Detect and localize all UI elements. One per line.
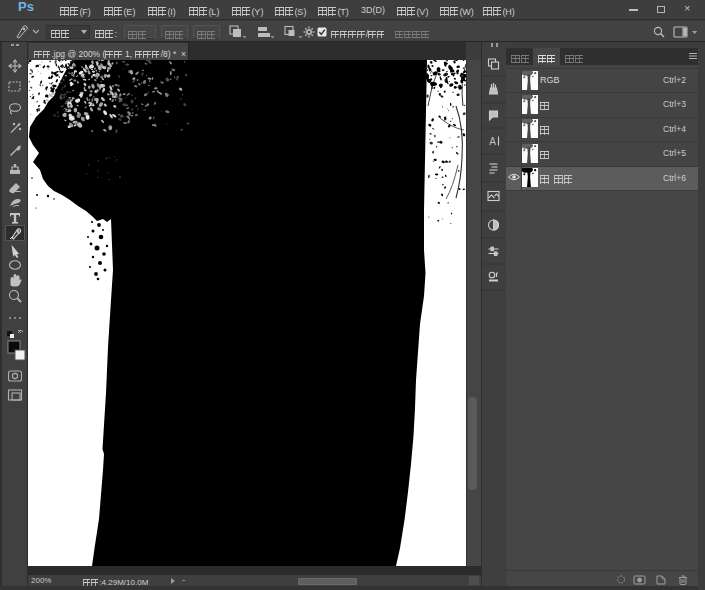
- svg-text:A: A: [489, 136, 496, 147]
